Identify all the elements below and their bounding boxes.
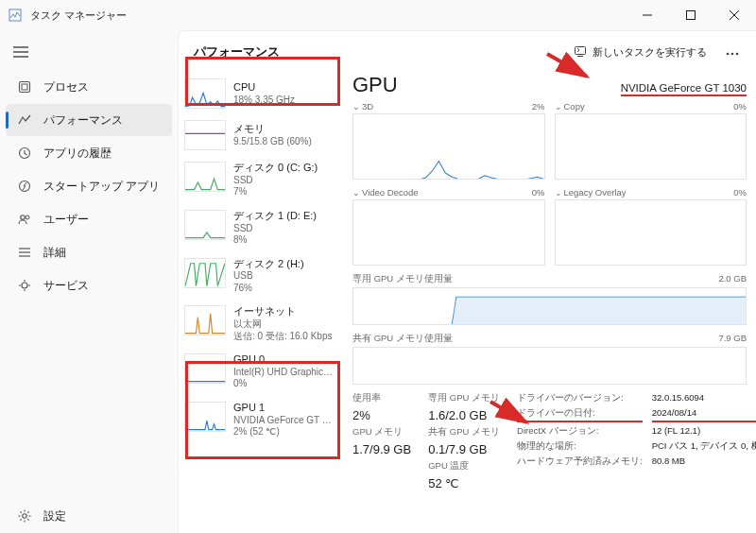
gpu-detail: GPU NVIDIA GeForce GT 1030 ⌄3D2%⌄Copy0% …	[341, 73, 756, 533]
svg-point-35	[736, 53, 739, 56]
performance-icon	[17, 112, 32, 128]
metric-item-4[interactable]: ディスク 2 (H:)USB76%	[179, 252, 341, 301]
metric-list[interactable]: CPU18% 3.35 GHzメモリ9.5/15.8 GB (60%)ディスク …	[179, 73, 341, 533]
nav-item-label: ユーザー	[43, 212, 89, 228]
chart-name[interactable]: ⌄Legacy Overlay	[555, 187, 627, 198]
app-title: タスク マネージャー	[30, 9, 127, 23]
metric-title: ディスク 1 (D: E:)	[233, 210, 317, 223]
metric-item-5[interactable]: イーサネット以太网送信: 0 受信: 16.0 Kbps	[179, 300, 341, 348]
ded-mem-label: 専用 GPU メモリ使用量	[352, 273, 453, 285]
metric-item-6[interactable]: GPU 0Intel(R) UHD Graphics ...0%	[179, 348, 341, 396]
minimize-button[interactable]	[626, 0, 669, 30]
nav-item-services[interactable]: サービス	[6, 269, 172, 301]
metric-spark-4	[184, 258, 226, 288]
page-title: パフォーマンス	[194, 43, 280, 60]
metric-title: ディスク 0 (C: G:)	[233, 162, 318, 175]
chart-Copy	[555, 113, 747, 180]
metric-title: CPU	[233, 81, 295, 95]
nav-settings-label: 設定	[43, 508, 66, 524]
close-button[interactable]	[713, 0, 756, 30]
run-new-task-button[interactable]: 新しいタスクを実行する	[566, 41, 714, 63]
hwres-v: 80.8 MB	[652, 456, 756, 468]
usage-label: 使用率	[352, 392, 411, 404]
processes-icon	[17, 79, 32, 95]
svg-point-17	[22, 283, 27, 288]
nav-item-performance[interactable]: パフォーマンス	[6, 104, 172, 136]
svg-rect-2	[687, 11, 696, 20]
chart-pct: 2%	[532, 101, 545, 112]
drv-date-k: ドライバーの日付:	[517, 407, 643, 422]
services-icon	[17, 278, 32, 293]
nav-item-label: パフォーマンス	[43, 112, 123, 129]
metric-spark-6	[184, 353, 226, 384]
chart-name[interactable]: ⌄3D	[352, 101, 373, 112]
chart-3D	[352, 113, 545, 180]
dx-k: DirectX バージョン:	[517, 425, 643, 438]
hamburger-button[interactable]	[4, 36, 38, 68]
shr-value: 0.1/7.9 GB	[428, 442, 500, 456]
hwres-k: ハードウェア予約済みメモリ:	[517, 456, 643, 468]
temp-value: 52 ℃	[428, 476, 500, 490]
more-button[interactable]	[720, 43, 745, 61]
chart-pct: 0%	[532, 187, 545, 198]
chart-shared-memory	[352, 347, 747, 385]
nav-item-details[interactable]: 詳細	[6, 236, 172, 268]
detail-title: GPU	[352, 73, 398, 97]
metric-item-7[interactable]: GPU 1NVIDIA GeForce GT 1...2% (52 ℃)	[179, 396, 341, 444]
ded-label: 専用 GPU メモリ	[428, 392, 500, 404]
svg-rect-9	[22, 84, 27, 90]
metric-title: GPU 0	[233, 353, 334, 367]
nav-item-users[interactable]: ユーザー	[6, 203, 172, 235]
nav-item-startup[interactable]: スタートアップ アプリ	[6, 170, 172, 202]
svg-line-29	[27, 511, 28, 512]
metric-item-0[interactable]: CPU18% 3.35 GHz	[179, 73, 341, 114]
nav-item-label: 詳細	[43, 245, 66, 261]
metric-item-1[interactable]: メモリ9.5/15.8 GB (60%)	[179, 114, 341, 156]
metric-item-2[interactable]: ディスク 0 (C: G:)SSD7%	[179, 156, 341, 204]
nav-item-history[interactable]: アプリの履歴	[6, 137, 172, 169]
loc-v: PCI バス 1, デバイス 0, 機能 0	[652, 440, 756, 453]
dx-v: 12 (FL 12.1)	[652, 425, 756, 438]
metric-spark-5	[184, 305, 226, 335]
metric-title: メモリ	[233, 123, 312, 136]
chart-Legacy Overlay	[555, 199, 747, 266]
nav-item-label: プロセス	[43, 79, 89, 95]
metric-spark-0	[184, 78, 226, 109]
app-icon	[8, 8, 23, 23]
metric-title: イーサネット	[233, 305, 333, 318]
svg-line-28	[27, 519, 28, 520]
users-icon	[17, 212, 32, 227]
shr-mem-max: 7.9 GB	[718, 333, 747, 345]
details-icon	[17, 245, 32, 260]
gear-icon	[17, 508, 32, 524]
svg-point-22	[23, 514, 26, 518]
svg-point-34	[731, 53, 734, 56]
ded-value: 1.6/2.0 GB	[428, 408, 500, 422]
nav-item-label: スタートアップ アプリ	[43, 179, 160, 195]
metric-title: GPU 1	[233, 402, 334, 415]
maximize-button[interactable]	[669, 0, 713, 30]
nav-item-processes[interactable]: プロセス	[6, 71, 172, 103]
chart-name[interactable]: ⌄Video Decode	[352, 187, 419, 198]
svg-point-13	[26, 215, 29, 219]
metric-spark-1	[184, 120, 226, 150]
svg-rect-8	[20, 82, 30, 93]
shr-label: 共有 GPU メモリ	[428, 426, 500, 438]
nav-settings[interactable]: 設定	[6, 500, 172, 532]
metric-item-3[interactable]: ディスク 1 (D: E:)SSD8%	[179, 204, 341, 252]
chart-dedicated-memory	[352, 287, 747, 325]
chart-Video Decode	[352, 199, 545, 266]
run-new-icon	[574, 44, 587, 60]
svg-line-30	[20, 519, 21, 520]
metric-spark-3	[184, 210, 226, 240]
svg-point-12	[21, 215, 26, 220]
gpu-device-name: NVIDIA GeForce GT 1030	[621, 82, 747, 96]
left-nav: プロセスパフォーマンスアプリの履歴スタートアップ アプリユーザー詳細サービス 設…	[0, 30, 178, 533]
main-panel: パフォーマンス 新しいタスクを実行する CPU18% 3.35 GHzメモリ9.…	[178, 30, 756, 533]
drv-date-v: 2024/08/14	[652, 407, 756, 422]
gpumem-value: 1.7/9.9 GB	[352, 442, 411, 456]
shr-mem-label: 共有 GPU メモリ使用量	[352, 333, 453, 345]
main-header: パフォーマンス 新しいタスクを実行する	[179, 31, 756, 73]
titlebar: タスク マネージャー	[0, 0, 756, 30]
chart-name[interactable]: ⌄Copy	[555, 101, 585, 112]
